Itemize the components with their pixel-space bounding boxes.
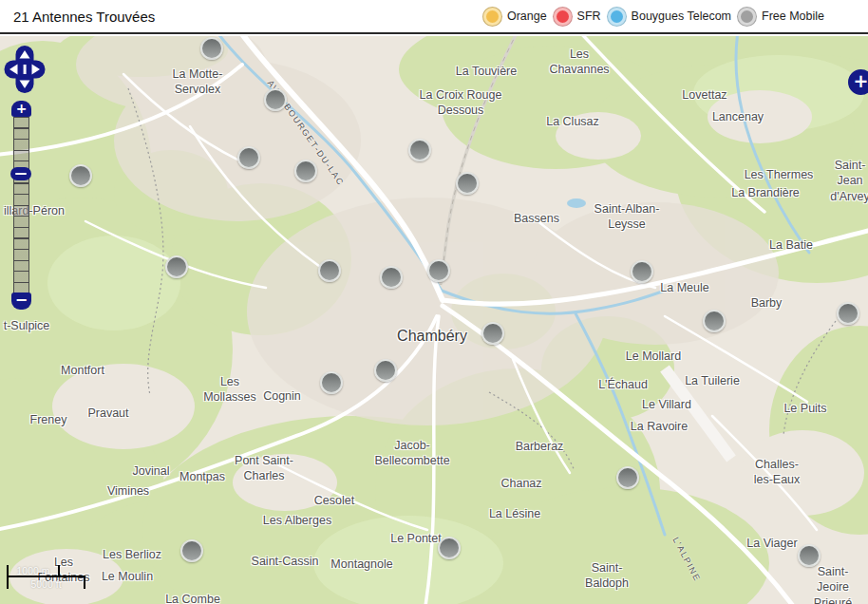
antenna-marker[interactable] [294,160,317,182]
operator-color-icon [554,8,572,26]
antenna-marker[interactable] [237,146,260,169]
antenna-marker[interactable] [180,539,203,562]
scale-line: 1000 m 5000 ft [7,565,85,589]
legend-item: Free Mobile [738,8,824,26]
antenna-marker[interactable] [69,164,92,187]
zoom-slider-handle[interactable] [10,167,31,180]
antenna-marker[interactable] [374,359,397,382]
antenna-marker[interactable] [456,172,479,195]
map-terrain [0,36,868,604]
operator-legend: OrangeSFRBouygues TelecomFree Mobile [483,8,824,26]
maximize-control-button[interactable]: + [848,69,868,95]
antenna-map-app: 21 Antennes Trouvées OrangeSFRBouygues T… [0,0,868,604]
operator-color-icon [608,8,626,26]
scale-imperial: 5000 ft [7,576,85,589]
antenna-marker[interactable] [703,310,726,332]
antenna-marker[interactable] [320,371,343,394]
zoom-out-button[interactable]: − [11,293,31,310]
legend-item: SFR [554,8,601,26]
zoom-in-button[interactable]: + [11,101,31,117]
legend-item: Bouygues Telecom [608,8,731,26]
pan-control[interactable] [4,46,46,95]
antenna-marker[interactable] [165,255,188,278]
antenna-marker[interactable] [616,466,639,489]
header: 21 Antennes Trouvées OrangeSFRBouygues T… [0,0,868,34]
antenna-marker[interactable] [200,37,223,60]
antenna-marker[interactable] [438,537,461,559]
antenna-marker[interactable] [264,88,287,111]
legend-item-label: Free Mobile [762,9,824,23]
page-title: 21 Antennes Trouvées [13,9,155,25]
antenna-marker[interactable] [408,139,431,161]
legend-item: Orange [483,8,547,26]
antenna-marker[interactable] [631,260,653,283]
legend-item-label: SFR [577,9,601,23]
operator-color-icon [483,8,501,26]
antenna-marker[interactable] [380,266,403,289]
antenna-marker[interactable] [427,259,450,282]
antenna-marker[interactable] [318,259,341,282]
map-viewport[interactable]: AVE. BOURGET-DU-LACL'ALPINE La Motte- Se… [0,36,868,604]
legend-item-label: Orange [507,9,547,23]
operator-color-icon [738,8,756,26]
antenna-marker[interactable] [837,302,859,325]
antenna-marker[interactable] [798,544,821,567]
zoom-slider-track[interactable] [13,117,29,294]
antenna-marker[interactable] [481,322,504,345]
legend-item-label: Bouygues Telecom [632,9,731,23]
